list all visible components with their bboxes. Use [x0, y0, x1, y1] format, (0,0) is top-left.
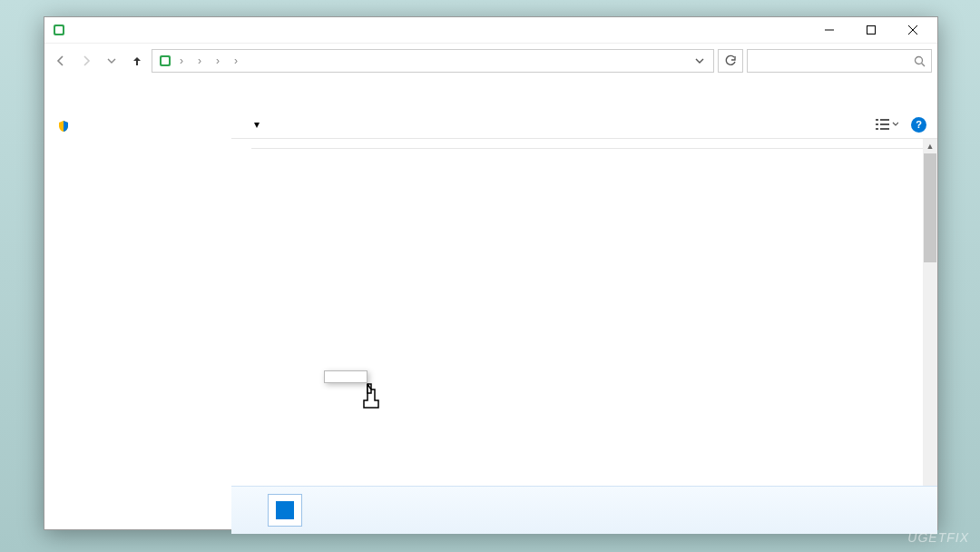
toolbar: ▾ ?: [231, 111, 937, 139]
breadcrumb-segment[interactable]: [187, 59, 194, 63]
svg-rect-7: [162, 57, 169, 64]
watermark: UGETFIX: [907, 530, 969, 545]
svg-rect-15: [880, 128, 889, 130]
maximize-button[interactable]: [850, 17, 892, 43]
programs-features-icon: [158, 54, 172, 68]
svg-rect-3: [867, 26, 876, 34]
titlebar: [44, 17, 937, 43]
column-name[interactable]: [251, 139, 569, 148]
svg-rect-13: [880, 123, 889, 125]
breadcrumb-segment[interactable]: [205, 59, 212, 63]
minimize-button[interactable]: [808, 17, 850, 43]
forward-button[interactable]: [75, 50, 97, 72]
svg-rect-10: [876, 119, 878, 121]
svg-rect-12: [876, 123, 878, 125]
installed-updates-window: › › › ›: [44, 16, 938, 530]
column-headers[interactable]: [251, 139, 937, 149]
refresh-button[interactable]: [718, 49, 743, 73]
scroll-thumb[interactable]: [924, 153, 936, 262]
organize-menu[interactable]: ▾: [251, 118, 260, 131]
updates-table: ▲ ▼: [251, 139, 937, 534]
programs-features-icon: [52, 23, 66, 37]
context-uninstall[interactable]: [327, 373, 365, 380]
chevron-right-icon: ›: [196, 54, 203, 67]
svg-rect-11: [880, 119, 889, 121]
search-icon: [914, 55, 926, 67]
close-button[interactable]: [892, 17, 934, 43]
column-program[interactable]: [569, 139, 675, 148]
vertical-scrollbar[interactable]: ▲ ▼: [923, 139, 937, 534]
shield-icon: [57, 120, 70, 133]
chevron-right-icon: ›: [232, 54, 240, 67]
navbar: › › › ›: [44, 43, 937, 78]
back-button[interactable]: [50, 50, 72, 72]
chevron-right-icon: ›: [178, 54, 185, 67]
column-publisher[interactable]: [760, 139, 842, 148]
svg-point-8: [916, 56, 923, 64]
pointer-cursor-icon: [358, 380, 386, 413]
svg-line-9: [922, 63, 926, 66]
recent-locations-button[interactable]: [101, 50, 122, 72]
breadcrumb-segment[interactable]: [223, 59, 230, 63]
sidebar: [44, 78, 231, 534]
chevron-right-icon: ›: [214, 54, 221, 67]
view-options-button[interactable]: [875, 117, 898, 132]
turn-windows-features-link[interactable]: [57, 120, 220, 133]
scroll-up-button[interactable]: ▲: [923, 139, 937, 153]
breadcrumb-segment[interactable]: [241, 59, 249, 63]
up-button[interactable]: [126, 50, 148, 72]
details-thumbnail: [268, 494, 302, 527]
breadcrumb-dropdown[interactable]: [690, 56, 710, 65]
column-version[interactable]: [675, 139, 760, 148]
svg-rect-14: [876, 128, 878, 130]
help-button[interactable]: ?: [911, 117, 926, 133]
svg-rect-1: [55, 26, 63, 34]
search-input[interactable]: [747, 49, 932, 73]
main-panel: ▾ ?: [231, 78, 937, 534]
details-pane: [231, 486, 937, 534]
breadcrumb[interactable]: › › › ›: [152, 49, 714, 73]
